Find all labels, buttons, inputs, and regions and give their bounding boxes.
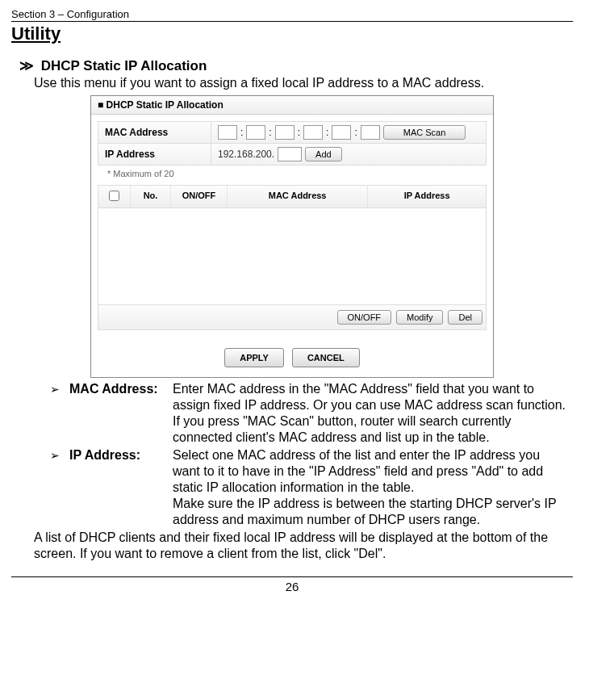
allocation-table-body[interactable] [98,208,487,305]
bullet-icon: ➢ [50,381,69,397]
select-all-checkbox[interactable] [109,191,119,201]
colon-icon: : [326,127,328,138]
mac-scan-button[interactable]: MAC Scan [383,125,466,140]
mac-address-label: MAC Address [98,122,211,143]
def-mac-address: ➢ MAC Address: Enter MAC address in the … [50,381,570,446]
dhcp-static-ip-panel: ■ DHCP Static IP Allocation MAC Address … [90,95,494,378]
def-mac-p1: Enter MAC address in the "MAC Address" f… [173,381,570,413]
ip-address-label: IP Address [98,144,211,165]
panel-footer: APPLY CANCEL [91,337,493,377]
colon-icon: : [240,127,243,138]
del-button[interactable]: Del [448,310,482,325]
ip-prefix-text: 192.168.200. [218,149,274,160]
def-ip-p2: Make sure the IP address is between the … [173,496,570,528]
topic-marker-icon: ≫ [19,58,34,73]
colon-icon: : [298,127,300,138]
ip-last-octet-input[interactable] [278,147,302,161]
th-checkbox [98,186,131,207]
page-footer: 26 [11,576,573,593]
topic-intro: Use this menu if you want to assign a fi… [34,76,573,90]
mac-octet-6[interactable] [361,125,380,140]
def-ip-p1: Select one MAC address of the list and e… [173,447,570,496]
page-number: 26 [286,580,299,593]
utility-title: Utility [11,23,573,44]
def-ip-address: ➢ IP Address: Select one MAC address of … [50,447,570,528]
topic-heading: ≫ DHCP Static IP Allocation [19,57,573,74]
colon-icon: : [354,127,357,138]
allocation-table-header: No. ON/OFF MAC Address IP Address [98,185,487,208]
mac-octet-2[interactable] [246,125,265,140]
cancel-button[interactable]: CANCEL [292,348,360,367]
topic-title: DHCP Static IP Allocation [41,58,207,73]
bullet-icon: ➢ [50,447,69,463]
section-label: Section 3 – Configuration [11,8,129,20]
onoff-button[interactable]: ON/OFF [337,310,392,325]
max-note: * Maximum of 20 [98,166,487,185]
add-button[interactable]: Add [305,147,342,161]
th-ip: IP Address [368,186,486,207]
page-header: Section 3 – Configuration [11,6,573,22]
th-onoff: ON/OFF [171,186,228,207]
panel-title: ■ DHCP Static IP Allocation [91,96,493,115]
def-mac-p2: If you press "MAC Scan" button, router w… [173,413,570,446]
def-body-ip: Select one MAC address of the list and e… [173,447,570,528]
mac-octet-5[interactable] [332,125,351,140]
mac-octet-4[interactable] [303,125,323,140]
table-actions: ON/OFF Modify Del [98,305,487,330]
th-no: No. [131,186,171,207]
mac-octet-3[interactable] [275,125,294,140]
def-term-mac: MAC Address: [69,381,173,397]
panel-title-text: DHCP Static IP Allocation [107,99,223,111]
mac-octet-1[interactable] [218,125,237,140]
apply-button[interactable]: APPLY [224,348,284,367]
def-body-mac: Enter MAC address in the "MAC Address" f… [173,381,570,446]
th-mac: MAC Address [228,186,368,207]
colon-icon: : [269,127,271,138]
panel-title-icon: ■ [98,99,103,111]
definitions: ➢ MAC Address: Enter MAC address in the … [50,381,570,528]
modify-button[interactable]: Modify [396,310,443,325]
def-term-ip: IP Address: [69,447,173,463]
closing-text: A list of DHCP clients and their fixed l… [34,530,570,562]
